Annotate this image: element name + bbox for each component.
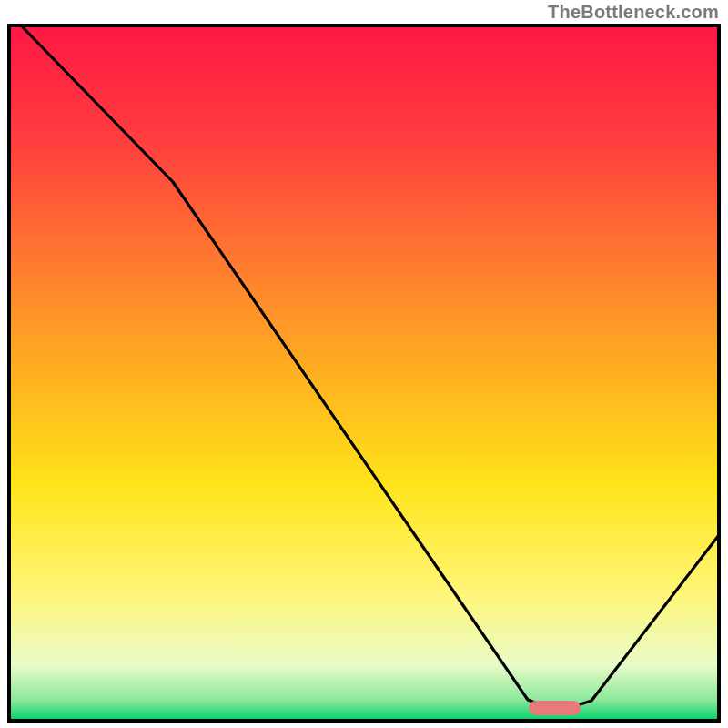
plot-background bbox=[9, 25, 719, 721]
chart-svg bbox=[0, 0, 728, 728]
watermark-text: TheBottleneck.com bbox=[548, 2, 719, 23]
chart-container: TheBottleneck.com bbox=[0, 0, 728, 728]
optimum-marker bbox=[529, 701, 581, 715]
